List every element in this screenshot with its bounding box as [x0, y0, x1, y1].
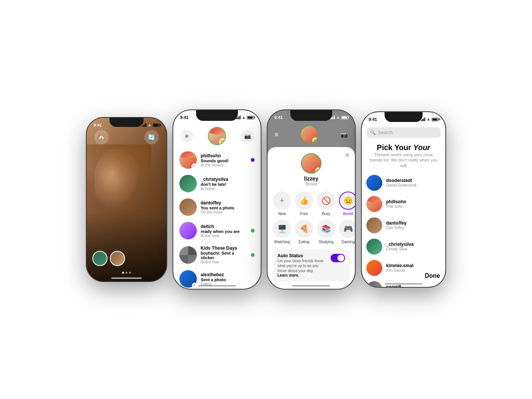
msg-text-alex: Sent a photo [201, 277, 255, 282]
auto-status-title: Auto Status [277, 253, 328, 258]
refresh-button[interactable]: 🔄 [144, 130, 159, 144]
status-eating-btn[interactable]: 🍕 Eating [295, 220, 313, 244]
friend-username-christy: _christysilva [386, 242, 441, 247]
friend-username-dantoffey: dantoffey [386, 220, 441, 226]
friends-list: dsoderstedt Daniel Soderstedt phillsohn … [362, 170, 445, 287]
status-busy-btn[interactable]: 🚫 Busy [317, 192, 335, 216]
msg-text-phillsohn: Sounds good! [201, 158, 247, 163]
status-gaming-btn[interactable]: 🎮 Gaming [339, 220, 355, 244]
status-studying-btn[interactable]: 📚 Studying [317, 220, 335, 244]
notch-4 [385, 112, 423, 122]
phone-2-screen: 9:41 ▲ ≡ [173, 110, 261, 289]
notch-2 [196, 110, 238, 121]
story-dots [122, 272, 131, 274]
phone-2: 9:41 ▲ ≡ [173, 110, 261, 289]
status-busy-label: Busy [322, 212, 330, 216]
status-eating-label: Eating [299, 240, 309, 244]
friend-info-phillsohn: phillsohn Phill Sohn [386, 199, 441, 209]
friend-info-sgarri8: sgarri8 Scott Garrison [386, 284, 441, 287]
message-item-phillsohn[interactable]: 🍿 phillsohn Sounds good! At the movies [176, 148, 258, 172]
status-gaming-circle: 🎮 [339, 220, 355, 238]
msg-username-christy: _christysilva [201, 177, 255, 182]
msg-text-kids: boyhachi: Sent a sticker [201, 251, 247, 260]
done-button[interactable]: Done [425, 272, 440, 279]
avatar-story-1[interactable] [92, 251, 108, 266]
message-item-kids[interactable]: Kids These Days boyhachi: Sent a sticker… [176, 242, 258, 267]
msg-username-dantoffey: dantoffey [201, 200, 255, 206]
battery-icon-1 [153, 124, 160, 127]
phone-1: 9:41 ▲ 🏠 🔄 [87, 118, 166, 281]
phone-4-screen: 9:41 ▲ 🔍 Search [362, 112, 445, 287]
message-info-dantoffey: dantoffey You sent a photo On the move [201, 200, 255, 214]
avatar-deitch [179, 222, 197, 239]
status-studying-label: Studying [319, 240, 334, 244]
auto-status-toggle[interactable] [331, 254, 345, 262]
home-bar-1 [111, 277, 142, 279]
friend-realname-kimmie: Kim Garcia [386, 268, 441, 272]
friend-sgarri8[interactable]: sgarri8 Scott Garrison [366, 279, 441, 287]
msg-username-alex: alexthebez [201, 272, 255, 277]
friend-dsoderstedt[interactable]: dsoderstedt Daniel Soderstedt [366, 172, 441, 193]
friend-dantoffey[interactable]: dantoffey Dan Toffey [366, 215, 441, 236]
message-item-deitch[interactable]: deitch ready when you are Active now [176, 219, 258, 242]
camera-button[interactable]: 📷 [241, 130, 254, 142]
status-time-1: 9:41 [93, 123, 102, 127]
modal-user-avatar [301, 153, 321, 174]
modal-close-button[interactable]: ✕ [345, 152, 350, 159]
menu-button[interactable]: ≡ [180, 130, 193, 142]
friend-username-sgarri8: sgarri8 [386, 284, 441, 287]
active-indicator-deitch [251, 229, 255, 233]
modal-current-status: Bored [306, 182, 317, 186]
status-free-btn[interactable]: 👍 Free [295, 192, 313, 216]
auto-status-content: Auto Status Let your close friends know … [277, 253, 328, 277]
status-bored-btn[interactable]: 😑 Bored [339, 192, 355, 216]
p3-menu-icon[interactable]: ≡ [274, 131, 279, 139]
status-modal: ✕ lizzey Bored + New 👍 [268, 147, 355, 289]
phone-1-screen: 9:41 ▲ 🏠 🔄 [87, 118, 166, 281]
p3-header-avatar[interactable]: 😊 [300, 125, 318, 144]
friend-christysilva[interactable]: _christysilva Christy Silva [366, 236, 441, 257]
message-info-kids: Kids These Days boyhachi: Sent a sticker… [201, 245, 247, 264]
status-new-btn[interactable]: + New [273, 192, 291, 216]
message-info-alex: alexthebez Sent a photo Eating [201, 272, 255, 286]
status-studying-circle: 📚 [317, 220, 335, 238]
msg-sub-kids: Active now [201, 260, 247, 264]
unread-indicator-phillsohn [251, 158, 255, 162]
pick-your-title-area: Pick Your Your Threads works using your … [362, 139, 445, 170]
status-time-2: 9:41 [180, 115, 188, 120]
message-info-phillsohn: phillsohn Sounds good! At the movies [201, 153, 247, 167]
friend-username-dsoderstedt: dsoderstedt [386, 178, 441, 183]
status-watching-btn[interactable]: 🖥️ Watching [273, 220, 291, 244]
profile-avatar[interactable] [208, 127, 226, 145]
auto-status-link[interactable]: Learn more. [277, 273, 328, 277]
p1-nav: 🏠 🔄 [87, 130, 166, 144]
friend-info-dantoffey: dantoffey Dan Toffey [386, 220, 441, 230]
p3-header-row: ≡ 😊 📷 [268, 122, 355, 147]
message-info-christy: _christysilva don't be late! At home [201, 177, 255, 191]
pick-your-subtitle: Threads works using your close friends l… [368, 152, 439, 168]
phones-container: 9:41 ▲ 🏠 🔄 [0, 0, 532, 399]
messages-header: ≡ 📷 [173, 124, 261, 148]
message-item-dantoffey[interactable]: 🎮 dantoffey You sent a photo On the move [176, 195, 258, 219]
wifi-icon-3: ▲ [336, 116, 340, 119]
status-busy-circle: 🚫 [317, 192, 335, 210]
avatar-story-2[interactable] [110, 251, 125, 266]
status-watching-circle: 🖥️ [273, 220, 291, 238]
notch-3 [290, 110, 332, 121]
p3-camera-icon[interactable]: 📷 [340, 131, 348, 138]
avatar-kids [179, 246, 197, 264]
msg-sub-phillsohn: At the movies [201, 163, 247, 167]
status-free-circle: 👍 [295, 192, 313, 210]
status-time-3: 9:41 [274, 115, 283, 120]
friend-phillsohn[interactable]: phillsohn Phill Sohn [366, 193, 441, 215]
friend-username-kimmie: kimmie.smal [386, 263, 441, 268]
search-bar[interactable]: 🔍 Search [366, 127, 441, 138]
message-list: 🍿 phillsohn Sounds good! At the movies _… [173, 148, 261, 289]
pick-your-title: Pick Your Your [368, 143, 439, 152]
avatar-phillsohn: 🍿 [179, 151, 197, 169]
message-item-christy[interactable]: _christysilva don't be late! At home [176, 172, 258, 195]
status-new-label: New [278, 212, 286, 216]
avatar-christy [179, 175, 197, 192]
home-button[interactable]: 🏠 [94, 130, 109, 144]
message-info-deitch: deitch ready when you are Active now [201, 224, 247, 238]
